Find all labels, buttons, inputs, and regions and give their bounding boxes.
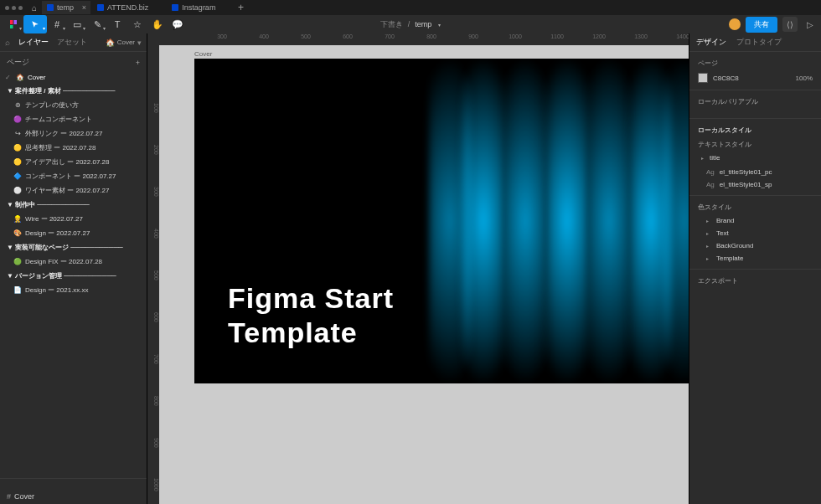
cover-heading: Figma Start Template [228, 281, 394, 350]
file-tab-label: Instagram [182, 3, 215, 12]
shape-tool[interactable]: ▭▾ [67, 15, 87, 33]
file-tab-label: temp [57, 3, 74, 12]
page-item[interactable]: 🟡思考整理 ー 2022.07.28 [0, 141, 147, 155]
text-style-item[interactable]: Agel_titleStyle01_sp [698, 181, 813, 188]
file-tab-label: ATTEND.biz [107, 3, 148, 12]
top-toolbar: ▾ ▾ #▾ ▭▾ ✎▾ T ☆ ✋ 💬 下書き / temp ▾ 共有 ⟨⟩ … [0, 15, 821, 33]
color-swatch[interactable] [698, 73, 708, 83]
dev-mode-toggle[interactable]: ⟨⟩ [782, 17, 798, 32]
vertical-ruler: 1002003004005006007008009001000 [147, 45, 159, 504]
design-tab[interactable]: デザイン [696, 37, 726, 48]
export-label[interactable]: エクスポート [698, 276, 813, 285]
page-background-row[interactable]: C8C8C8 100% [698, 73, 813, 83]
color-style-item[interactable]: ▸Text [698, 229, 813, 237]
canvas-area[interactable]: 3004005006007008009001000110012001300140… [147, 33, 689, 504]
document-title[interactable]: 下書き / temp ▾ [380, 19, 441, 30]
pages-header: ページ [7, 57, 29, 68]
color-style-item[interactable]: ▸Template [698, 255, 813, 262]
left-panel: ⌕ レイヤー アセット 🏠Cover▾ ページ + ✓🏠Cover▼ 案件整理 … [0, 33, 147, 504]
home-button[interactable]: ⌂ [28, 2, 40, 13]
svg-rect-2 [10, 25, 13, 28]
canvas-viewport[interactable]: Cover Figma Start Template [159, 45, 689, 504]
page-item[interactable]: ↪外部リンク ー 2022.07.27 [0, 126, 147, 141]
page-item[interactable]: ⊜テンプレの使い方 [0, 98, 147, 112]
layer-row[interactable]: #Cover [0, 489, 147, 504]
file-name: temp [415, 20, 431, 28]
text-tool[interactable]: T [107, 15, 127, 33]
local-variables-label[interactable]: ローカルバリアブル [698, 97, 813, 106]
page-item[interactable]: ▼ 制作中 ─────────── [0, 198, 147, 212]
page-item[interactable]: ✓🏠Cover [0, 71, 147, 84]
window-traffic-lights [5, 6, 27, 10]
text-style-item[interactable]: Agel_titleStyle01_pc [698, 168, 813, 176]
new-tab-button[interactable]: + [234, 2, 247, 13]
close-icon[interactable]: × [82, 3, 86, 12]
file-tab-3[interactable]: Instagram [167, 1, 232, 14]
page-color-opacity: 100% [796, 75, 813, 82]
avatar[interactable] [729, 18, 741, 30]
frame-icon: # [7, 492, 11, 501]
page-item[interactable]: 🟢Design FIX ー 2022.07.28 [0, 255, 147, 269]
chevron-down-icon: ▾ [438, 22, 441, 28]
page-item[interactable]: 🟡アイデア出し ー 2022.07.28 [0, 155, 147, 169]
share-button[interactable]: 共有 [746, 17, 777, 33]
folder-name: 下書き [380, 19, 403, 30]
page-item[interactable]: ▼ 実装可能なページ ─────────── [0, 240, 147, 255]
layers-section [0, 478, 147, 489]
frame-title-label[interactable]: Cover [194, 50, 212, 58]
comment-tool[interactable]: 💬 [168, 15, 188, 33]
os-tab-bar: ⌂ temp× ATTEND.biz Instagram + [0, 0, 821, 15]
cover-frame[interactable]: Figma Start Template [194, 59, 689, 383]
page-item[interactable]: ▼ 案件整理 / 素材 ─────────── [0, 84, 147, 98]
page-item[interactable]: 📄Design ー 2021.xx.xx [0, 283, 147, 297]
color-style-item[interactable]: ▸BackGround [698, 242, 813, 249]
local-styles-label: ローカルスタイル [698, 126, 813, 135]
layers-tab[interactable]: レイヤー [18, 37, 49, 48]
horizontal-ruler: 3004005006007008009001000110012001300140… [159, 33, 689, 45]
page-crumb[interactable]: 🏠Cover▾ [106, 39, 142, 47]
right-panel: デザイン プロトタイプ ページ C8C8C8 100% ローカルバリアブル ロー… [689, 33, 821, 504]
page-item[interactable]: ⚪ワイヤー素材 ー 2022.07.27 [0, 183, 147, 198]
prototype-tab[interactable]: プロトタイプ [736, 37, 782, 48]
page-item[interactable]: 👷Wire ー 2022.07.27 [0, 212, 147, 226]
pen-tool[interactable]: ✎▾ [87, 15, 107, 33]
page-item[interactable]: ▼ バージョン管理 ─────────── [0, 269, 147, 283]
page-color-value: C8C8C8 [713, 75, 739, 82]
page-item[interactable]: 🟣チームコンポーネント [0, 112, 147, 126]
add-page-button[interactable]: + [136, 59, 140, 67]
main-menu-button[interactable]: ▾ [3, 15, 23, 33]
text-style-group[interactable]: ▸title [698, 154, 813, 162]
text-styles-label: テキストスタイル [698, 140, 813, 149]
file-tab-1[interactable]: temp× [42, 1, 90, 14]
page-item[interactable]: 🔷コンポーネント ー 2022.07.27 [0, 169, 147, 183]
page-section-label: ページ [698, 59, 813, 68]
svg-rect-0 [10, 20, 13, 24]
color-styles-label: 色スタイル [698, 203, 813, 212]
color-style-item[interactable]: ▸Brand [698, 217, 813, 224]
svg-rect-1 [14, 20, 18, 24]
search-icon[interactable]: ⌕ [5, 38, 10, 47]
page-item[interactable]: 🎨Design ー 2022.07.27 [0, 226, 147, 240]
pages-list: ✓🏠Cover▼ 案件整理 / 素材 ───────────⊜テンプレの使い方🟣… [0, 71, 147, 302]
frame-tool[interactable]: #▾ [47, 15, 67, 33]
hand-tool[interactable]: ✋ [147, 15, 168, 33]
assets-tab[interactable]: アセット [57, 37, 87, 48]
move-tool[interactable]: ▾ [23, 15, 47, 33]
present-button[interactable]: ▷ [803, 17, 818, 32]
file-tab-2[interactable]: ATTEND.biz [92, 1, 165, 14]
resource-tool[interactable]: ☆ [127, 15, 147, 33]
